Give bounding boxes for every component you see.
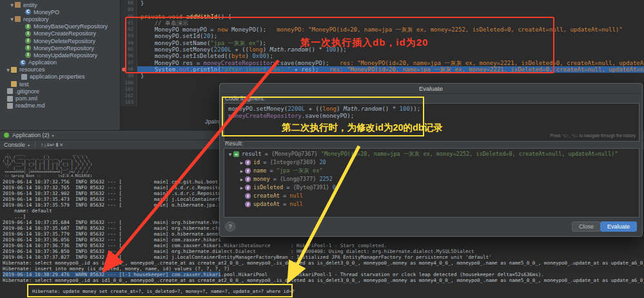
- result-row-money[interactable]: ▶fmoney = {Long@7377} 2252: [224, 175, 639, 183]
- debugger-inline-value: moneyPO: "MoneyPO(id=20, name=jpa 一灰灰 ex…: [266, 26, 623, 33]
- tree-item-application[interactable]: CApplication: [0, 59, 120, 66]
- chevron-down-icon[interactable]: ▼: [227, 150, 233, 158]
- tree-item-moneypo[interactable]: CMoneyPO: [0, 8, 120, 15]
- code-token: 20: [204, 33, 211, 39]
- close-button[interactable]: Close: [572, 221, 601, 232]
- console-line: 2019-06-14 10:37:36.736 INFO 85632 --- […: [3, 243, 644, 248]
- chevron-right-icon[interactable]: ▶: [239, 167, 245, 175]
- result-row-updateAt[interactable]: fupdateAt = null: [224, 200, 639, 209]
- debugger-inline-value: res: "MoneyPO(id=20, name=jpa 一灰灰 ex, mo…: [318, 66, 644, 73]
- code-token: }: [141, 0, 144, 6]
- clear-console-icon[interactable]: ×: [59, 142, 63, 148]
- tab-console[interactable]: Console: [4, 142, 25, 148]
- code-token: =: [280, 201, 289, 207]
- tree-item-resources[interactable]: ▼resources: [0, 66, 120, 73]
- tree-item-repository[interactable]: ▼repository: [0, 15, 120, 23]
- class-icon: C: [20, 60, 26, 66]
- console-line: Hibernate: select moneypo0_.id as id1_0_…: [3, 260, 644, 266]
- chevron-down-icon[interactable]: ▾: [52, 133, 54, 138]
- code-line-92[interactable]: 92 MoneyPO moneyPO = new MoneyPO(); mone…: [121, 26, 644, 33]
- code-token: MoneyPO moneyPO =: [141, 26, 217, 33]
- tree-item-label: MoneyDeleteRepository: [34, 38, 95, 44]
- chevron-right-icon[interactable]: ▶: [239, 158, 245, 167]
- code-token: 100: [400, 106, 410, 112]
- result-row-createAt[interactable]: fcreateAt = null: [224, 192, 639, 200]
- file-icon: [7, 96, 13, 102]
- tree-item-pom-xml[interactable]: pom.xml: [0, 95, 120, 102]
- breakpoint-icon[interactable]: [122, 68, 126, 72]
- tree-item-moneybasequeryrepository[interactable]: IMoneyBaseQueryRepository: [0, 23, 120, 30]
- dialog-title: Evaluate: [220, 84, 642, 94]
- soft-wrap-icon[interactable]: ↵: [50, 142, 55, 148]
- code-token: () *: [382, 106, 399, 112]
- line-number: 98: [128, 66, 133, 72]
- code-line-89[interactable]: 89: [121, 6, 644, 13]
- tree-item-moneydeleterepository[interactable]: IMoneyDeleteRepository: [0, 37, 120, 44]
- code-text: System.out.println("after insert res: " …: [137, 66, 644, 73]
- code-token: private: [141, 14, 168, 20]
- chevron-down-icon[interactable]: ▾: [28, 143, 30, 147]
- tree-item-moneyupdaterepository[interactable]: IMoneyUpdateRepository: [0, 51, 120, 59]
- code-fragment-line: moneyCreateRepository.save(moneyPO);: [228, 113, 635, 120]
- chevron-down-icon[interactable]: ▼: [9, 17, 15, 21]
- code-token: name: [253, 167, 266, 174]
- tree-item-application-properties[interactable]: application.properties: [0, 73, 120, 80]
- tree-item-label: MoneyDemoRepository: [34, 45, 94, 51]
- code-line-97[interactable]: 97 MoneyPO res = moneyCreateRepository.s…: [121, 60, 644, 66]
- result-icon: =: [233, 151, 239, 157]
- code-token: + ((: [305, 106, 322, 112]
- result-tree[interactable]: ▼=result = {MoneyPO@7367} "MoneyPO(id=20…: [224, 148, 639, 218]
- code-line-96[interactable]: 96 moneyPO.setIsDeleted((byte) 0x00);: [121, 53, 644, 59]
- result-row-text: createAt = null: [253, 192, 303, 200]
- chevron-down-icon[interactable]: ▼: [9, 3, 15, 7]
- chevron-right-icon[interactable]: ▶: [239, 183, 245, 192]
- code-token: =: [280, 192, 289, 199]
- code-token: byte: [231, 53, 246, 59]
- code-token: id: [253, 159, 260, 165]
- tree-item-label: MoneyUpdateRepository: [34, 52, 97, 59]
- code-line-98[interactable]: 98 System.out.println("after insert res:…: [121, 66, 644, 73]
- code-line-99[interactable]: 99}: [121, 73, 644, 79]
- code-token: 0: [333, 184, 336, 191]
- result-row-result[interactable]: ▼=result = {MoneyPO@7367} "MoneyPO(id=20…: [224, 150, 639, 158]
- gutter: 88: [121, 0, 137, 6]
- code-token: "MoneyPO(id=20, name=jpa 一灰灰 ex, money=2…: [321, 151, 618, 157]
- tree-item-label: entity: [23, 2, 37, 8]
- tree-item-moneycreaterepository[interactable]: IMoneyCreateRepository: [0, 30, 120, 37]
- code-token: }: [141, 73, 144, 79]
- tree-item--gitignore[interactable]: .gitignore: [0, 88, 120, 95]
- folder-icon: [11, 67, 17, 73]
- code-token: money: [253, 176, 270, 182]
- line-number: 93: [128, 33, 133, 39]
- result-row-name[interactable]: ▶fname = "jpa 一灰灰 ex": [224, 167, 639, 175]
- code-line-88[interactable]: 88}: [121, 0, 644, 6]
- line-number: 89: [128, 6, 133, 12]
- code-token: Math.random: [344, 106, 382, 112]
- code-line-91[interactable]: 91 // 单条演示: [121, 20, 644, 26]
- help-button[interactable]: ?: [225, 221, 235, 232]
- tree-item-readme-md[interactable]: readme.md: [0, 102, 120, 109]
- tree-item-moneydemorepository[interactable]: IMoneyDemoRepository: [0, 44, 120, 51]
- tree-spacer: [239, 200, 245, 209]
- gutter: 95: [121, 46, 137, 53]
- code-token: =: [266, 167, 276, 174]
- chevron-down-icon[interactable]: ▼: [5, 68, 11, 72]
- gutter: 101: [121, 86, 137, 93]
- code-text: MoneyPO res = moneyCreateRepository.save…: [137, 60, 644, 66]
- code-token: =: [270, 176, 280, 182]
- interface-icon: I: [25, 24, 31, 30]
- evaluate-button[interactable]: Evaluate: [600, 221, 637, 232]
- debug-tab-label[interactable]: Application (2): [12, 132, 50, 138]
- result-row-id[interactable]: ▶fid = {Integer@7369} 20: [224, 158, 639, 167]
- debugger-inline-value: res: "MoneyPO(id=20, name=jpa 一灰灰 ex, mo…: [329, 60, 644, 66]
- code-text: moneyPO.setIsDeleted((byte) 0x00);: [137, 53, 644, 59]
- chevron-right-icon[interactable]: ▶: [239, 175, 245, 183]
- code-token: isDeleted: [253, 184, 283, 191]
- tree-item-test[interactable]: test: [0, 80, 120, 88]
- code-text: MoneyPO moneyPO = new MoneyPO(); moneyPO…: [137, 26, 644, 33]
- result-row-isDeleted[interactable]: ▶fisDeleted = {Byte@7391} 0: [224, 183, 639, 192]
- code-token: 2200L: [288, 106, 305, 112]
- tree-item-entity[interactable]: ▼entity: [0, 1, 120, 8]
- code-line-90[interactable]: 90private void addWithId() {: [121, 14, 644, 20]
- code-token: {MoneyPO@7367}: [271, 151, 321, 157]
